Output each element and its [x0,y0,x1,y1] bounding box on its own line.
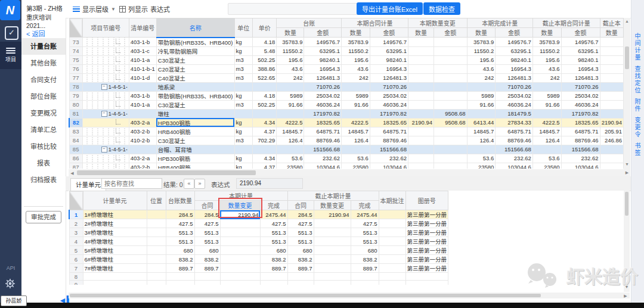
ledger-row-82[interactable]: 82403-2-aHPB300钢筋kg4.344222.518325.65422… [69,118,624,127]
ledger-row-85[interactable]: 85−1-4-5-1-台帽、耳背墙151566.68151566.6815156… [69,145,624,154]
right-strip-item-4[interactable]: 书签 [634,142,642,157]
main-horizontal-scrollbar[interactable]: ◀ [69,169,624,176]
unit-name-cell[interactable]: 4#桥墩墩柱 [83,237,147,246]
ledger-row-83[interactable]: 83403-2-bHRB400钢筋kg4.3714845.764875.7114… [69,127,624,136]
row-number[interactable]: 77 [69,73,82,82]
item-name-cell[interactable]: HPB300钢筋 [156,118,234,127]
ledger-row-74[interactable]: 74403-1-c冷轧带肋钢筋网kg5.4811550.263295.11155… [69,46,624,55]
row-number[interactable]: 74 [69,46,82,55]
item-name-cell[interactable]: 带肋钢筋(HRB335、HRB400) [156,91,234,100]
unit-name-cell[interactable]: 7#桥墩墩柱 [83,264,147,273]
row-number[interactable]: 4 [69,237,83,246]
unit-row-4[interactable]: 44#桥墩墩柱551.3551.3551.3551.3551.3第三册第一分册 [69,237,448,246]
export-excel-button[interactable]: 导出计量台账Excel [357,2,423,15]
row-number[interactable]: 81 [69,109,82,118]
unit-name-cell[interactable] [83,273,147,281]
tasks-check-icon[interactable]: ✓ [5,26,18,40]
unit-name-cell[interactable]: 6#桥墩墩柱 [83,255,147,264]
tab-measure-unit[interactable]: 计量单元 [70,178,106,191]
item-name-cell[interactable]: C30混凝土 [156,100,234,109]
item-name-cell[interactable]: 墩柱 [156,109,234,118]
row-number[interactable]: 5 [69,246,83,255]
right-strip-item-1[interactable]: 查找定位 [634,66,642,94]
ledger-row-78[interactable]: 78−1-4-5-1-地系梁71070.2671070.2671070.2671… [69,82,624,91]
row-number[interactable]: 73 [69,38,82,47]
unit-row-3[interactable]: 33#桥墩墩柱551.3551.3551.3551.3551.3第三册第一分册 [69,228,448,237]
sidebar-item-1[interactable]: 其他台账 [21,55,66,71]
row-number[interactable]: 85 [69,145,82,154]
row-number[interactable]: 86 [69,154,82,163]
next-result-button[interactable]: » [194,179,205,189]
prev-result-button[interactable]: « [184,179,194,189]
ledger-row-81[interactable]: 81−1-4-5-1-墩柱171970.82171970.829508.6818… [69,109,624,118]
approve-complete-button[interactable]: 审批完成 [26,211,61,223]
item-name-cell[interactable]: 地系梁 [156,82,234,91]
row-number[interactable]: 83 [69,127,82,136]
unit-horizontal-scrollbar[interactable]: ▶ [69,293,630,298]
row-number[interactable]: 76 [69,64,82,73]
sidebar-item-7[interactable]: 报表 [21,155,66,172]
main-vertical-scrollbar[interactable]: ▲ ▼ ▶ [624,18,630,176]
unit-expression-value[interactable]: 2190.94 [236,178,303,189]
item-name-cell[interactable]: 台帽、耳背墙 [156,145,234,154]
unit-row-5[interactable]: 55#桥墩墩柱680680680680680第三册第一分册 [69,246,448,255]
selected-qty-change-cell[interactable]: 2190.94 [220,210,260,219]
unit-row-1[interactable]: 11#桥墩墩柱284.5284.52190.942475.44284.52190… [69,210,448,219]
unit-row-8[interactable]: 8 [69,273,448,281]
item-name-cell[interactable]: C30混凝土 [156,55,234,64]
collapse-node-icon[interactable]: − [101,111,107,117]
ledger-row-75[interactable]: 75410-1-aC30混凝土m3502.25195.698240.1195.6… [69,55,624,64]
sidebar-item-8[interactable]: 归档报表 [21,172,66,188]
unit-row-2[interactable]: 22#桥墩墩柱427.5427.5427.5427.5427.5第三册第一分册 [69,219,448,228]
row-number[interactable]: 1 [69,210,83,219]
back-link[interactable]: < 返回 [26,29,45,38]
item-name-cell[interactable]: HRB400钢筋 [156,163,234,169]
row-number[interactable]: 78 [69,82,82,91]
unit-row-7[interactable]: 77#桥墩墩柱889.7889.7889.7889.7889.7第三册第一分册 [69,264,448,273]
item-name-cell[interactable]: 冷轧带肋钢筋网 [156,46,234,55]
settings-gear-icon[interactable] [4,278,16,292]
collapse-node-icon[interactable]: − [101,147,107,153]
row-number[interactable]: 3 [69,228,83,237]
unit-row-6[interactable]: 66#桥墩墩柱838.2838.2838.2838.2838.2第三册第一分册 [69,255,448,264]
row-number[interactable]: 8 [69,273,83,281]
data-check-button[interactable]: 数据检查 [423,2,460,15]
row-number[interactable]: 80 [69,100,82,109]
right-strip-item-2[interactable]: 附件 [634,98,642,113]
unit-name-cell[interactable]: 5#桥墩墩柱 [83,246,147,255]
unit-name-cell[interactable] [83,281,147,285]
ledger-row-76[interactable]: 76410-1-b-1C20混凝土m3388.8643.616954.343.6… [69,64,624,73]
item-name-cell[interactable]: C20混凝土 [156,64,234,73]
ledger-row-87[interactable]: 87403-2-bHRB400钢筋kg4.3723580103044.62358… [69,163,624,169]
ledger-row-80[interactable]: 80410-1-aC30混凝土m3502.2591.6646036.2491.6… [69,100,624,109]
sidebar-item-6[interactable]: 审核比较 [21,138,66,155]
item-name-cell[interactable]: C30混凝土 [156,136,234,145]
row-number[interactable]: 84 [69,136,82,145]
display-level-dropdown[interactable]: 显示层级▼ [73,0,116,18]
ledger-row-84[interactable]: 84410-2-bC30混凝土m3702.29126.488769.46126.… [69,136,624,145]
ledger-row-86[interactable]: 86403-2-aHPB300钢筋kg4.3453.6232.6253.6232… [69,154,624,163]
row-number[interactable]: 9 [69,281,83,285]
rail-item-project[interactable]: 项目 [0,42,21,69]
right-strip-item-0[interactable]: 中间计量 [634,33,642,61]
unit-name-cell[interactable]: 2#桥墩墩柱 [83,219,147,228]
sidebar-item-3[interactable]: 部位台账 [21,88,66,105]
column-display-button[interactable]: 列显示 [119,0,148,18]
right-strip-item-3[interactable]: 变更令 [634,117,642,138]
ledger-row-73[interactable]: 73403-1-b带肋钢筋(HRB335、HRB400)kg4.1835783.… [69,38,624,47]
user-badge[interactable]: 孙蕊娇 [1,295,27,306]
row-number[interactable]: 79 [69,91,82,100]
app-logo-icon[interactable]: N [0,0,20,20]
collapse-node-icon[interactable]: − [101,84,107,90]
unit-search-input[interactable] [101,178,162,189]
sidebar-item-0[interactable]: 计量台账 [21,38,66,55]
unit-name-cell[interactable]: 1#桥墩墩柱 [83,210,147,219]
sidebar-item-2[interactable]: 合同支付 [21,71,66,88]
row-number[interactable]: 87 [69,163,82,169]
ledger-row-77[interactable]: 77410-1-dC40混凝土m3522.65242126481.3242126… [69,73,624,82]
row-number[interactable]: 75 [69,55,82,64]
item-name-cell[interactable]: HPB300钢筋 [156,154,234,163]
item-name-cell[interactable]: 带肋钢筋(HRB335、HRB400) [156,38,234,47]
item-name-cell[interactable]: C40混凝土 [156,73,234,82]
unit-name-cell[interactable]: 3#桥墩墩柱 [83,228,147,237]
